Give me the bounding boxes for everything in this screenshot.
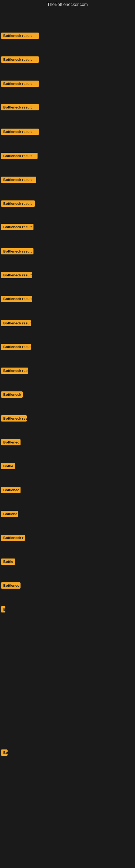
bottleneck-label: Bottleneck result [1,248,34,254]
bottleneck-row [0,622,135,644]
bottleneck-row [0,814,135,836]
bottleneck-row [0,790,135,812]
bottleneck-row [0,670,135,692]
bottleneck-row: Bottleneck result [0,96,135,118]
bottleneck-row: B [0,598,135,620]
bottleneck-row: Bottlene [0,503,135,525]
bottleneck-row: Bottleneck result [0,240,135,262]
bottleneck-row [0,839,135,861]
bottleneck-label: Bottleneck result [1,81,39,87]
bottleneck-row: Bottleneck result [0,336,135,358]
bottleneck-row: Bo [0,742,135,763]
bottleneck-label: Bottleneck result [1,104,39,111]
bottleneck-label: Bottlenec [1,582,20,589]
bottleneck-row: Bottleneck result [0,121,135,143]
bottleneck-label: Bottleneck result [1,344,31,350]
bottleneck-label: Bottle [1,463,15,469]
bottleneck-label: Bottlene [1,511,18,517]
bottleneck-label: Bottleneck result [1,224,34,230]
bottleneck-row: Bottleneck result [0,25,135,46]
bottleneck-row: Bottleneck result [0,193,135,214]
bottleneck-row: Bottleneck result [0,312,135,334]
bottleneck-row: Bottlenec [0,575,135,596]
bottleneck-row: Bottlenec [0,479,135,501]
bottleneck-row: Bottleneck result [0,216,135,238]
bottleneck-row: Bottleneck res [0,407,135,429]
bottleneck-label: Bottle [1,558,15,565]
bottleneck-label: Bottleneck [1,392,23,398]
bottleneck-row: Bottleneck result [0,169,135,190]
bottleneck-label: Bottleneck result [1,153,38,159]
bottleneck-label: Bottleneck result [1,296,32,302]
bottleneck-label: Bottlenec [1,439,20,445]
bottleneck-label: Bottleneck result [1,200,35,207]
bottleneck-label: Bottleneck result [1,129,39,135]
bottleneck-row: Bottleneck result [0,288,135,310]
bottleneck-row [0,646,135,668]
bottleneck-label: Bottleneck result [1,56,39,63]
bottleneck-row: Bottle [0,455,135,477]
bottleneck-label: Bottleneck result [1,272,32,278]
bottleneck-row: Bottleneck result [0,264,135,286]
bottleneck-row: Bottleneck resu [0,360,135,381]
bottleneck-label: Bo [1,749,8,756]
bottleneck-label: Bottleneck result [1,177,36,183]
bottleneck-label: Bottleneck result [1,33,39,39]
bottleneck-row: Bottleneck result [0,49,135,70]
bottleneck-row: Bottlenec [0,431,135,453]
bottleneck-row: Bottle [0,551,135,572]
bottleneck-row: Bottleneck [0,383,135,405]
bottleneck-label: Bottlenec [1,487,20,493]
bottleneck-label: B [1,606,5,613]
bottleneck-row: Bottleneck r [0,527,135,549]
site-title: TheBottlenecker.com [0,0,135,9]
bottleneck-row: Bottleneck result [0,145,135,166]
bottleneck-row: Bottleneck result [0,73,135,94]
bottleneck-row [0,863,135,868]
bottleneck-row [0,766,135,788]
bottleneck-label: Bottleneck resu [1,368,28,374]
bottleneck-label: Bottleneck result [1,320,31,326]
bottleneck-label: Bottleneck res [1,415,27,422]
bottleneck-label: Bottleneck r [1,535,25,541]
